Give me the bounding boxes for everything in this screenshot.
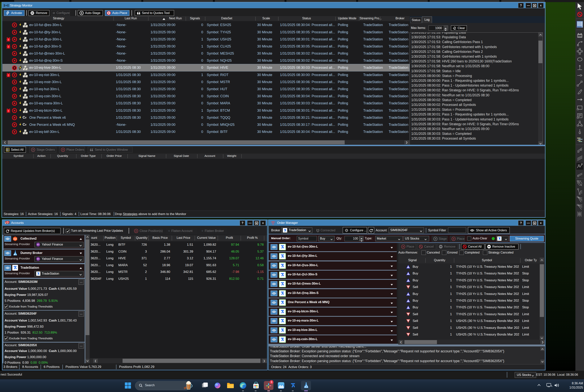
svg-text:Y!: Y! bbox=[37, 258, 39, 260]
svg-text:!: ! bbox=[8, 46, 9, 48]
svg-text:!: ! bbox=[8, 38, 9, 41]
svg-text:!: ! bbox=[8, 74, 9, 77]
svg-text:C2: C2 bbox=[13, 238, 17, 240]
svg-text:Y!: Y! bbox=[37, 244, 39, 246]
svg-text:!: ! bbox=[8, 110, 9, 112]
